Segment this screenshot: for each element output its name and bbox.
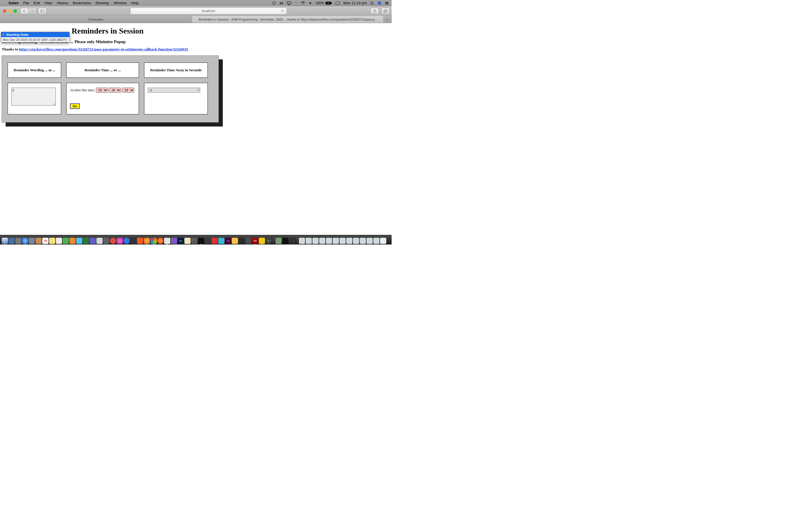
standing-order-popup[interactable]: Standing Order Mon Dec 28 2020 23:18:37 …	[1, 32, 70, 43]
dock-trash-icon[interactable]	[380, 238, 386, 244]
back-button[interactable]	[20, 8, 28, 14]
dock-app-icon[interactable]	[171, 238, 177, 244]
dock-app-icon[interactable]	[130, 238, 137, 244]
dock-photoshop-icon[interactable]: Ps	[177, 238, 184, 244]
stepper-icon[interactable]: ▲▼	[198, 88, 199, 92]
dock-app-icon[interactable]	[164, 238, 170, 244]
tabs-button[interactable]	[382, 8, 389, 14]
dock-app-icon[interactable]	[96, 238, 103, 244]
dock-system-preferences-icon[interactable]	[15, 238, 21, 244]
menu-window[interactable]: Window	[111, 1, 129, 5]
dock-app-icon[interactable]	[245, 238, 252, 244]
dock-xd-icon[interactable]: Xd	[225, 238, 231, 244]
tab-active[interactable]: Reminders in Session - RJM Programming -…	[192, 16, 384, 23]
input-source-icon[interactable]	[336, 1, 340, 5]
dock-minimized-window[interactable]	[366, 238, 373, 244]
menubar-clock[interactable]: Mon 11:24 pm	[343, 1, 367, 5]
menu-help[interactable]: Help	[129, 1, 141, 5]
dock-app-icon[interactable]	[103, 238, 109, 244]
dock-chrome-icon[interactable]	[151, 238, 157, 244]
dock-app-icon[interactable]: F	[266, 238, 272, 244]
airplay-icon[interactable]	[287, 1, 291, 5]
menu-file[interactable]: File	[21, 1, 31, 5]
fullscreen-window-button[interactable]	[13, 9, 17, 13]
dock-finder-icon[interactable]	[2, 238, 8, 244]
dock-app-icon[interactable]	[282, 238, 289, 244]
app-menu[interactable]: Safari	[6, 1, 21, 5]
dock-terminal-icon[interactable]	[198, 238, 204, 244]
dock-app-icon[interactable]	[137, 238, 143, 244]
dock-minimized-window[interactable]	[326, 238, 332, 244]
dock-app-icon[interactable]	[232, 238, 238, 244]
time-hour-select[interactable]: 23	[96, 88, 108, 93]
seconds-away-input[interactable]: -1 ▲▼	[148, 88, 200, 93]
dock-minimized-window[interactable]	[333, 238, 339, 244]
volume-icon[interactable]	[309, 1, 312, 5]
dock-app-icon[interactable]	[185, 238, 191, 244]
dock-app-icon[interactable]	[239, 238, 245, 244]
dock-filezilla-icon[interactable]: Fz	[252, 238, 258, 244]
address-bar[interactable]: localhost	[130, 8, 287, 14]
tab-active-label: Reminders in Session - RJM Programming -…	[199, 18, 377, 21]
menu-view[interactable]: View	[42, 1, 55, 5]
dock-itunes-icon[interactable]	[117, 238, 123, 244]
dock-app-icon[interactable]	[218, 238, 224, 244]
dock-app-icon[interactable]	[205, 238, 211, 244]
time-second-select[interactable]: 33	[122, 88, 134, 93]
dock-reminders-icon[interactable]	[56, 238, 62, 244]
menu-history[interactable]: History	[54, 1, 70, 5]
bluetooth-icon[interactable]: ✱	[295, 1, 297, 5]
dock-app-icon[interactable]	[83, 238, 89, 244]
reminder-wording-input[interactable]	[11, 88, 56, 106]
dock-minimized-window[interactable]	[346, 238, 352, 244]
dock-notes-icon[interactable]	[49, 238, 55, 244]
menu-develop[interactable]: Develop	[93, 1, 111, 5]
share-button[interactable]	[371, 8, 378, 14]
notification-center-icon[interactable]	[385, 1, 389, 5]
dock-minimized-window[interactable]	[306, 238, 312, 244]
dock-minimized-window[interactable]	[340, 238, 346, 244]
dock-appstore-icon[interactable]	[123, 238, 130, 244]
menu-bookmarks[interactable]: Bookmarks	[70, 1, 93, 5]
dock-app-icon[interactable]	[110, 238, 116, 244]
dock-app-icon[interactable]	[275, 238, 282, 244]
dock-messages-icon[interactable]	[76, 238, 82, 244]
dock-minimized-window[interactable]	[353, 238, 359, 244]
dock-app-icon[interactable]	[211, 238, 218, 244]
battery-status[interactable]: 100%	[315, 1, 332, 5]
dock-firefox-icon[interactable]	[144, 238, 150, 244]
dock-safari-icon[interactable]	[22, 238, 28, 244]
dock-app-icon[interactable]	[191, 238, 197, 244]
siri-icon[interactable]	[377, 1, 382, 5]
dock-app-icon[interactable]	[8, 238, 15, 244]
dock-app-icon[interactable]	[259, 238, 265, 244]
new-tab-button[interactable]: +	[384, 16, 392, 23]
sidebar-button[interactable]	[38, 8, 46, 14]
dock-app-icon[interactable]	[289, 238, 295, 244]
dock-app-icon[interactable]	[157, 238, 163, 244]
dock-contacts-icon[interactable]	[36, 238, 42, 244]
dock-app-icon[interactable]	[29, 238, 35, 244]
go-button[interactable]: Go	[70, 103, 80, 109]
dock-minimized-window[interactable]	[299, 238, 305, 244]
dock-minimized-window[interactable]	[319, 238, 325, 244]
thanks-link[interactable]: https://stackoverflow.com/questions/3232…	[19, 47, 188, 51]
menubar-m-icon[interactable]	[280, 1, 283, 5]
menu-edit[interactable]: Edit	[31, 1, 42, 5]
dock-minimized-window[interactable]	[373, 238, 379, 244]
dock-app-icon[interactable]	[69, 238, 75, 244]
spotlight-icon[interactable]	[370, 1, 374, 5]
wifi-icon[interactable]	[301, 1, 305, 5]
dock-app-icon[interactable]	[63, 238, 69, 244]
close-window-button[interactable]	[3, 9, 6, 13]
dock-minimized-window[interactable]	[360, 238, 366, 244]
time-minute-select[interactable]: 18	[109, 88, 121, 93]
dock-minimized-window[interactable]	[312, 238, 319, 244]
menubar-extra-icon[interactable]	[272, 1, 276, 5]
forward-button[interactable]	[28, 8, 36, 14]
dock-calendar-icon[interactable]: 28	[42, 238, 49, 244]
reload-icon[interactable]	[281, 9, 284, 13]
minimize-window-button[interactable]	[8, 9, 11, 13]
tab-favourites[interactable]: Favourites	[0, 16, 192, 23]
dock-app-icon[interactable]	[90, 238, 96, 244]
